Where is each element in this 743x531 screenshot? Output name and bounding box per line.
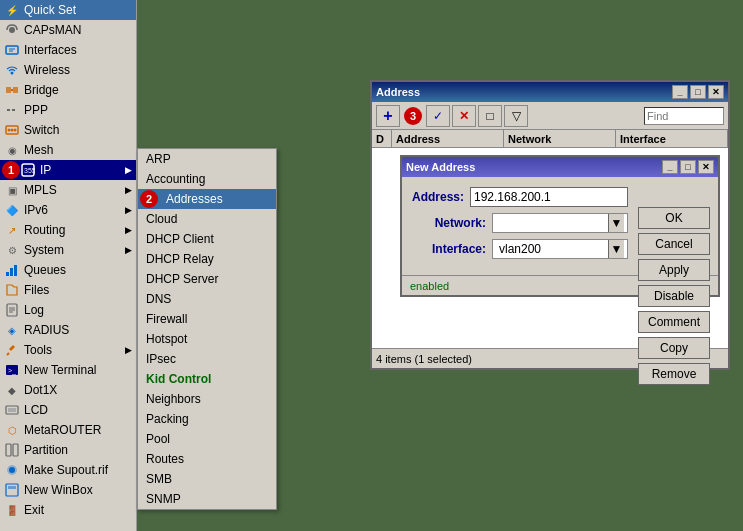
address-list-title-buttons: _ □ ✕ [672,85,724,99]
sidebar-item-tools[interactable]: Tools ▶ [0,340,136,360]
sidebar-item-new-terminal[interactable]: >_ New Terminal [0,360,136,380]
sidebar-item-routing[interactable]: ↗ Routing ▶ [0,220,136,240]
sidebar-item-queues[interactable]: Queues [0,260,136,280]
sidebar-item-metarouter[interactable]: ⬡ MetaROUTER [0,420,136,440]
context-menu-dns[interactable]: DNS [138,289,276,309]
network-dropdown-arrow[interactable]: ▼ [608,214,624,232]
tools-icon [4,342,20,358]
mesh-icon: ◉ [4,142,20,158]
svg-text:355: 355 [24,167,35,174]
svg-rect-26 [8,408,16,412]
context-menu-arp[interactable]: ARP [138,149,276,169]
quick-set-icon: ⚡ [4,2,20,18]
svg-point-10 [8,129,11,132]
ppp-icon [4,102,20,118]
new-address-minimize[interactable]: _ [662,160,678,174]
sidebar-item-switch[interactable]: Switch [0,120,136,140]
ok-button[interactable]: OK [638,207,710,229]
context-menu-pool[interactable]: Pool [138,429,276,449]
sidebar-item-files[interactable]: Files [0,280,136,300]
disable-button[interactable]: Disable [638,285,710,307]
bridge-icon [4,82,20,98]
badge-3: 3 [404,107,422,125]
address-list-minimize[interactable]: _ [672,85,688,99]
copy-button[interactable]: Copy [638,337,710,359]
sidebar-item-partition[interactable]: Partition [0,440,136,460]
sidebar-item-system[interactable]: ⚙ System ▶ [0,240,136,260]
system-arrow: ▶ [125,245,132,255]
sidebar-item-make-supout[interactable]: Make Supout.rif [0,460,136,480]
sidebar-item-radius[interactable]: ◈ RADIUS [0,320,136,340]
interface-dropdown-arrow[interactable]: ▼ [608,240,624,258]
routing-icon: ↗ [4,222,20,238]
find-input[interactable] [644,107,724,125]
sidebar-item-capsman[interactable]: CAPsMAN [0,20,136,40]
context-menu-hotspot[interactable]: Hotspot [138,329,276,349]
address-list-maximize[interactable]: □ [690,85,706,99]
lcd-icon [4,402,20,418]
delete-btn[interactable]: ✕ [452,105,476,127]
svg-rect-5 [6,87,11,93]
remove-button[interactable]: Remove [638,363,710,385]
context-menu-cloud[interactable]: Cloud [138,209,276,229]
svg-line-22 [7,353,9,355]
context-menu-routes[interactable]: Routes [138,449,276,469]
sidebar-item-quick-set[interactable]: ⚡ Quick Set [0,0,136,20]
network-select[interactable]: ▼ [492,213,628,233]
address-label: Address: [412,190,470,204]
sidebar-item-mesh[interactable]: ◉ Mesh [0,140,136,160]
context-menu-ipsec[interactable]: IPsec [138,349,276,369]
address-list-table-header: D Address Network Interface [372,130,728,148]
address-row: Address: [412,187,628,207]
context-menu-kid-control[interactable]: Kid Control [138,369,276,389]
cancel-button[interactable]: Cancel [638,233,710,255]
interfaces-icon [4,42,20,58]
add-address-btn[interactable]: + [376,105,400,127]
new-address-maximize[interactable]: □ [680,160,696,174]
address-list-close[interactable]: ✕ [708,85,724,99]
sidebar-item-log[interactable]: Log [0,300,136,320]
svg-rect-17 [14,265,17,276]
sidebar-item-mpls[interactable]: ▣ MPLS ▶ [0,180,136,200]
comment-button[interactable]: Comment [638,311,710,333]
sidebar-item-wireless[interactable]: Wireless [0,60,136,80]
sidebar-item-interfaces[interactable]: Interfaces [0,40,136,60]
context-menu-packing[interactable]: Packing [138,409,276,429]
new-address-title-buttons: _ □ ✕ [662,160,714,174]
context-menu-neighbors[interactable]: Neighbors [138,389,276,409]
context-menu-addresses[interactable]: 2 Addresses [138,189,276,209]
badge-1: 1 [2,161,20,179]
capsman-icon [4,22,20,38]
svg-point-0 [9,27,15,33]
context-menu-firewall[interactable]: Firewall [138,309,276,329]
sidebar-item-lcd[interactable]: LCD [0,400,136,420]
sidebar-item-bridge[interactable]: Bridge [0,80,136,100]
svg-rect-32 [8,486,16,489]
address-list-toolbar: + 3 ✓ ✕ □ ▽ [372,102,728,130]
sidebar-item-new-winbox[interactable]: New WinBox [0,480,136,500]
new-address-dialog: New Address _ □ ✕ Address: Network: ▼ In… [400,155,720,297]
context-menu-smb[interactable]: SMB [138,469,276,489]
svg-rect-31 [6,484,18,496]
context-menu-dhcp-client[interactable]: DHCP Client [138,229,276,249]
sidebar-item-exit[interactable]: 🚪 Exit [0,500,136,520]
sidebar-item-ppp[interactable]: PPP [0,100,136,120]
address-input[interactable] [470,187,628,207]
context-menu-accounting[interactable]: Accounting [138,169,276,189]
dot1x-icon: ◆ [4,382,20,398]
badge-3-container: 3 [402,107,424,125]
context-menu-snmp[interactable]: SNMP [138,489,276,509]
confirm-btn[interactable]: ✓ [426,105,450,127]
filter-btn[interactable]: ▽ [504,105,528,127]
context-menu-dhcp-server[interactable]: DHCP Server [138,269,276,289]
new-address-body: Address: Network: ▼ Interface: vlan200 ▼… [402,177,718,275]
apply-button[interactable]: Apply [638,259,710,281]
sidebar-item-dot1x[interactable]: ◆ Dot1X [0,380,136,400]
interface-select[interactable]: vlan200 ▼ [492,239,628,259]
context-menu-dhcp-relay[interactable]: DHCP Relay [138,249,276,269]
sidebar-item-ip[interactable]: 1 355 IP ▶ [0,160,136,180]
sidebar-item-ipv6[interactable]: 🔷 IPv6 ▶ [0,200,136,220]
svg-rect-27 [6,444,11,456]
new-address-close[interactable]: ✕ [698,160,714,174]
copy-btn[interactable]: □ [478,105,502,127]
